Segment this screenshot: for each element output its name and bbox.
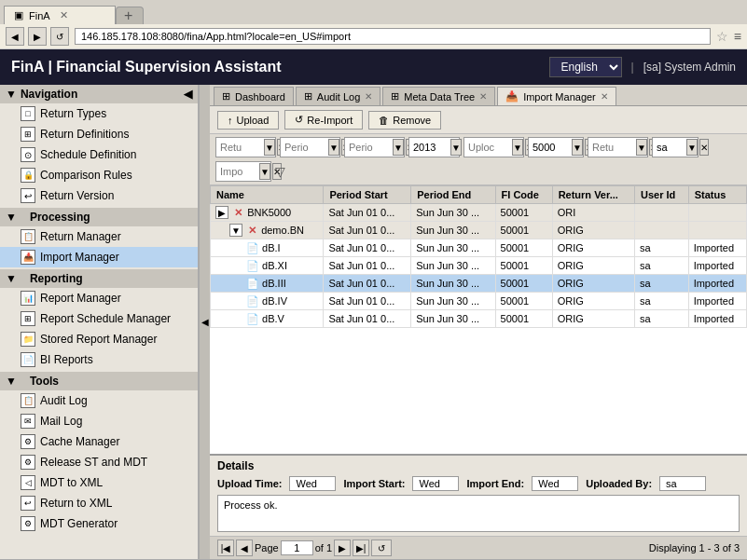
last-page-button[interactable]: ▶| (353, 540, 369, 556)
filter-perio1[interactable] (284, 142, 326, 153)
sidebar-item-return-definitions[interactable]: ⊞ Return Definitions (0, 124, 198, 144)
filter-retu2[interactable] (592, 142, 634, 153)
filter-perio2[interactable] (349, 142, 391, 153)
report-manager-icon: 📊 (21, 291, 35, 306)
return-types-icon: □ (21, 106, 35, 121)
bookmark-icon[interactable]: ☆ (716, 29, 728, 44)
sidebar-item-comparison-rules[interactable]: 🔒 Comparison Rules (0, 165, 198, 185)
filter-count[interactable] (533, 142, 570, 153)
expand-bnk5000-button[interactable]: ▶ (215, 206, 228, 219)
filter-retu1-expand[interactable]: ▼ (264, 139, 275, 156)
new-tab[interactable]: + (116, 7, 144, 24)
prev-page-button[interactable]: ◀ (236, 540, 253, 556)
filter-funnel-icon[interactable]: ▽ (275, 164, 285, 179)
filter-retu2-expand[interactable]: ▼ (636, 139, 647, 156)
tab-close-icon[interactable]: ✕ (60, 9, 68, 21)
audit-log-tab-close-icon[interactable]: ✕ (365, 91, 372, 102)
sidebar-item-return-version[interactable]: ↩ Return Version (0, 185, 198, 206)
details-section: Details Upload Time: Wed Import Start: W… (210, 454, 747, 536)
sidebar-section-reporting[interactable]: ▼ Reporting (0, 269, 198, 288)
filter-perio1-expand[interactable]: ▼ (328, 139, 339, 156)
tab-dashboard[interactable]: ⊞ Dashboard (214, 87, 294, 105)
sidebar-label: BI Reports (40, 353, 93, 366)
sidebar-item-release-st-mdt[interactable]: ⚙ Release ST and MDT (0, 452, 198, 472)
filter-year[interactable] (413, 142, 449, 153)
sidebar-item-cache-manager[interactable]: ⚙ Cache Manager (0, 431, 198, 452)
sidebar-item-return-to-xml[interactable]: ↩ Return to XML (0, 493, 198, 513)
sidebar-section-processing[interactable]: ▼ Processing (0, 208, 198, 226)
reporting-label: Reporting (30, 272, 83, 285)
reimport-label: Re-Import (307, 115, 353, 126)
filter-uploc[interactable] (468, 142, 510, 153)
sidebar-item-schedule-definition[interactable]: ⊙ Schedule Definition (0, 144, 198, 165)
expand-demobn-button[interactable]: ▼ (229, 224, 242, 237)
sidebar-item-return-types[interactable]: □ Return Types (0, 103, 198, 124)
reimport-button[interactable]: ↺ Re-Import (284, 110, 363, 130)
filter-uploc-expand[interactable]: ▼ (512, 139, 523, 156)
browser-menu-icon[interactable]: ≡ (734, 29, 741, 44)
filter-user[interactable] (657, 142, 685, 153)
table-row[interactable]: ▶ ✕ BNK5000 Sat Jun 01 0... Sun Jun 30 .… (211, 204, 747, 222)
remove-button[interactable]: 🗑 Remove (368, 111, 441, 130)
sidebar-item-mdt-generator[interactable]: ⚙ MDT Generator (0, 513, 198, 534)
filter-count-expand[interactable]: ▼ (572, 139, 583, 156)
filter-year-expand[interactable]: ▼ (450, 139, 462, 156)
refresh-button[interactable]: ↺ (371, 540, 392, 556)
tab-audit-log[interactable]: ⊞ Audit Log ✕ (296, 87, 380, 105)
row-status: Imported (688, 275, 746, 293)
sidebar-label: Cache Manager (40, 435, 119, 448)
sidebar-item-report-manager[interactable]: 📊 Report Manager (0, 288, 198, 308)
sidebar-collapse-handle[interactable]: ◀ (199, 85, 210, 559)
import-manager-tab-close-icon[interactable]: ✕ (601, 91, 608, 102)
table-row[interactable]: 📄 dB.IV Sat Jun 01 0... Sun Jun 30 ... 5… (211, 293, 747, 310)
table-row[interactable]: 📄 dB.I Sat Jun 01 0... Sun Jun 30 ... 50… (211, 239, 747, 257)
sidebar-item-mail-log[interactable]: ✉ Mail Log (0, 411, 198, 431)
next-page-button[interactable]: ▶ (334, 540, 351, 556)
meta-data-tab-label: Meta Data Tree (404, 91, 475, 102)
table-row[interactable]: ▼ ✕ demo.BN Sat Jun 01 0... Sun Jun 30 .… (211, 222, 747, 239)
language-select[interactable]: English (549, 57, 622, 77)
forward-button[interactable]: ▶ (28, 27, 47, 46)
filter-impo[interactable] (220, 166, 257, 177)
reload-button[interactable]: ↺ (50, 27, 69, 46)
row-period-start: Sat Jun 01 0... (324, 275, 411, 293)
import-manager-tab-icon: 📥 (505, 90, 519, 102)
meta-data-tab-close-icon[interactable]: ✕ (479, 91, 487, 102)
sidebar-item-report-schedule-manager[interactable]: ⊞ Report Schedule Manager (0, 308, 198, 329)
browser-tab[interactable]: ▣ FinA ✕ (4, 6, 116, 24)
filter-retu1[interactable] (220, 142, 262, 153)
sidebar-label: MDT Generator (40, 517, 118, 530)
filter-user-expand[interactable]: ▼ (686, 139, 698, 156)
sidebar-item-audit-log[interactable]: 📋 Audit Log (0, 390, 198, 411)
row-period-start: Sat Jun 01 0... (324, 310, 411, 328)
sidebar-navigation-label: Navigation (21, 88, 77, 101)
sidebar-collapse-button[interactable]: ◀ (184, 88, 192, 101)
page-number-input[interactable] (281, 540, 313, 555)
tab-meta-data-tree[interactable]: ⊞ Meta Data Tree ✕ (382, 87, 495, 105)
sidebar-item-mdt-to-xml[interactable]: ◁ MDT to XML (0, 472, 198, 493)
sidebar-section-navigation[interactable]: ▼ Navigation ◀ (0, 85, 198, 103)
import-start-value: Wed (412, 476, 459, 491)
upload-button[interactable]: ↑ Upload (217, 111, 279, 130)
filter-user-clear[interactable]: ✕ (699, 139, 709, 156)
sidebar-label: Release ST and MDT (40, 456, 147, 469)
sidebar-section-tools[interactable]: ▼ Tools (0, 372, 198, 390)
sidebar-item-return-manager[interactable]: 📋 Return Manager (0, 226, 198, 247)
sidebar-item-stored-report-manager[interactable]: 📁 Stored Report Manager (0, 329, 198, 349)
url-bar[interactable] (75, 28, 711, 45)
row-period-end: Sun Jun 30 ... (411, 204, 495, 222)
row-period-end: Sun Jun 30 ... (411, 257, 495, 275)
first-page-button[interactable]: |◀ (217, 540, 234, 556)
back-button[interactable]: ◀ (6, 27, 24, 46)
table-row[interactable]: 📄 dB.III Sat Jun 01 0... Sun Jun 30 ... … (211, 275, 747, 293)
sidebar-item-bi-reports[interactable]: 📄 BI Reports (0, 349, 198, 370)
table-row[interactable]: 📄 dB.V Sat Jun 01 0... Sun Jun 30 ... 50… (211, 310, 747, 328)
content-tabs: ⊞ Dashboard ⊞ Audit Log ✕ ⊞ Meta Data Tr… (210, 85, 747, 106)
sidebar-item-import-manager[interactable]: 📥 Import Manager (0, 247, 198, 267)
user-label: [sa] System Admin (643, 61, 736, 74)
filter-perio2-expand[interactable]: ▼ (393, 139, 404, 156)
tab-import-manager[interactable]: 📥 Import Manager ✕ (497, 87, 616, 105)
return-version-icon: ↩ (21, 188, 35, 203)
filter-impo-expand[interactable]: ▼ (259, 163, 270, 180)
table-row[interactable]: 📄 dB.XI Sat Jun 01 0... Sun Jun 30 ... 5… (211, 257, 747, 275)
